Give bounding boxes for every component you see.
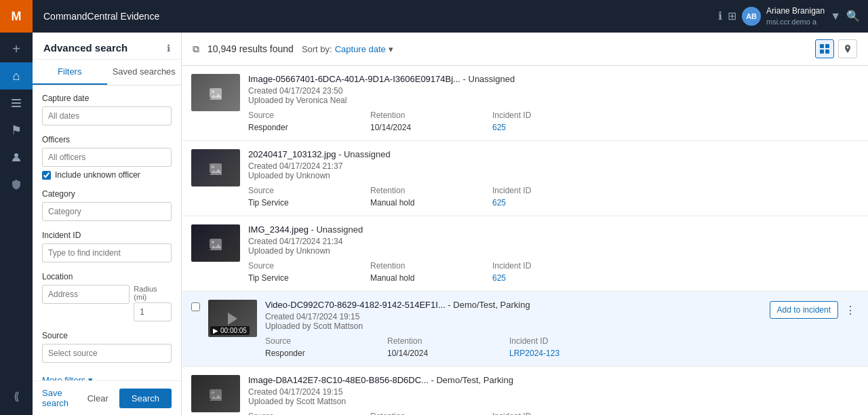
clear-button[interactable]: Clear <box>82 391 114 406</box>
retention-field-value: 10/14/2024 <box>387 349 509 358</box>
nav-list[interactable] <box>0 90 33 117</box>
source-field-label: Source <box>248 111 370 120</box>
incident-id-input[interactable] <box>42 243 172 262</box>
incident-id-field-value: 625 <box>492 123 859 132</box>
result-thumbnail <box>191 224 240 262</box>
incident-id-link[interactable]: 625 <box>492 123 506 132</box>
uploaded-by: Uploaded by Unknown <box>248 246 330 256</box>
map-view-button[interactable] <box>838 39 857 58</box>
tab-saved-searches[interactable]: Saved searches <box>107 60 182 85</box>
address-input[interactable] <box>42 285 130 304</box>
info-icon[interactable]: ℹ <box>167 43 170 54</box>
result-thumbnail <box>191 149 240 186</box>
created-date: Created 04/17/2024 19:15 <box>248 387 342 397</box>
svg-point-16 <box>212 391 214 394</box>
save-search-link[interactable]: Save search <box>42 388 77 408</box>
result-title: 20240417_103132.jpg - Unassigned <box>248 149 859 159</box>
more-filters-button[interactable]: More filters ▾ <box>42 372 172 380</box>
nav-home[interactable]: ⌂ <box>0 62 33 90</box>
result-title-text: Image-05667401-6DCA-401A-9D1A-I3606E0917… <box>248 74 515 84</box>
nav-person[interactable] <box>0 144 33 171</box>
result-thumbnail <box>191 74 240 111</box>
svg-rect-4 <box>820 44 824 48</box>
result-info: Image-D8A142E7-8C10-48E0-B856-8D6DC... -… <box>248 375 859 415</box>
add-to-incident-button[interactable]: Add to incident <box>770 301 838 319</box>
thumb-placeholder <box>191 74 240 111</box>
svg-point-11 <box>212 165 214 168</box>
nav-flag[interactable]: ⚑ <box>0 117 33 144</box>
svg-rect-2 <box>12 106 21 107</box>
incident-id-field-label: Incident ID <box>509 336 762 346</box>
result-meta: Created 04/17/2024 21:37 Uploaded by Unk… <box>248 161 859 180</box>
more-filters-label: More filters <box>42 375 85 380</box>
thumb-placeholder <box>191 375 240 412</box>
include-unknown-checkbox[interactable] <box>42 171 51 180</box>
result-meta: Created 04/17/2024 19:15 Uploaded by Sco… <box>265 312 762 331</box>
source-field-value: Responder <box>248 123 370 132</box>
retention-field-label: Retention <box>370 261 492 271</box>
add-button[interactable]: + <box>0 35 33 62</box>
incident-id-link[interactable]: LRP2024-123 <box>509 349 559 358</box>
search-icon[interactable]: 🔍 <box>846 9 860 22</box>
thumb-placeholder <box>191 224 240 262</box>
grid-icon[interactable]: ⊞ <box>728 9 736 22</box>
result-title-text: Image-D8A142E7-8C10-48E0-B856-8D6DC... -… <box>248 375 513 385</box>
sort-value: Capture date <box>335 44 386 54</box>
source-field-label: Source <box>248 261 370 271</box>
nav-shield[interactable] <box>0 171 33 198</box>
grid-view-button[interactable] <box>815 39 834 58</box>
user-name: Ariane Branigan <box>766 6 825 17</box>
capture-date-group: Capture date <box>42 94 172 125</box>
incident-id-field-label: Incident ID <box>492 261 859 271</box>
nav-collapse-button[interactable]: ⟪ <box>0 382 33 410</box>
retention-field-label: Retention <box>370 111 492 120</box>
app-wrapper: CommandCentral Evidence ℹ ⊞ AB Ariane Br… <box>33 0 868 415</box>
filters-header: Advanced search ℹ <box>33 33 181 60</box>
result-info: IMG_2344.jpeg - Unassigned Created 04/17… <box>248 224 859 283</box>
search-button[interactable]: Search <box>119 389 172 408</box>
result-fields: Source Retention Incident ID Responder 1… <box>248 412 859 415</box>
incident-id-link[interactable]: 625 <box>492 198 506 208</box>
retention-field-value: Manual hold <box>370 273 492 283</box>
filter-icon: ⧉ <box>193 43 199 55</box>
list-item: Image-05667401-6DCA-401A-9D1A-I3606E0917… <box>182 66 868 141</box>
tab-filters[interactable]: Filters <box>33 60 107 85</box>
top-header: CommandCentral Evidence ℹ ⊞ AB Ariane Br… <box>33 0 868 33</box>
svg-point-9 <box>212 90 214 93</box>
retention-field-label: Retention <box>370 412 492 415</box>
result-fields: Source Retention Incident ID Responder 1… <box>248 111 859 132</box>
header-icons: ℹ ⊞ AB Ariane Branigan msi.ccr.demo a ▼ … <box>718 6 860 26</box>
result-title-text: 20240417_103132.jpg - Unassigned <box>248 149 391 159</box>
result-title: Video-DC992C70-8629-4182-9142-514EF1I...… <box>265 300 762 310</box>
result-title-text: Video-DC992C70-8629-4182-9142-514EF1I...… <box>265 300 530 310</box>
incident-id-field-label: Incident ID <box>492 186 859 195</box>
result-checkbox[interactable] <box>191 302 200 311</box>
user-dropdown-icon[interactable]: ▼ <box>830 10 841 22</box>
list-item: IMG_2344.jpeg - Unassigned Created 04/17… <box>182 216 868 292</box>
retention-field-value: 10/14/2024 <box>370 123 492 132</box>
sort-control[interactable]: Sort by: Capture date ▾ <box>302 44 393 54</box>
retention-field-label: Retention <box>387 336 509 346</box>
radius-input[interactable] <box>134 302 172 321</box>
more-options-button[interactable]: ⋮ <box>842 302 859 318</box>
location-label: Location <box>42 272 172 281</box>
results-header: ⧉ 10,949 results found Sort by: Capture … <box>182 33 868 66</box>
incident-id-link[interactable]: 625 <box>492 273 506 283</box>
source-field-label: Source <box>265 336 387 346</box>
result-thumbnail: ▶ 00:00:05 <box>208 300 257 337</box>
svg-rect-6 <box>820 50 824 54</box>
source-input[interactable] <box>42 344 172 363</box>
filters-footer: Save search Clear Search <box>33 380 181 415</box>
results-count: 10,949 results found <box>208 43 294 54</box>
result-info: Image-05667401-6DCA-401A-9D1A-I3606E0917… <box>248 74 859 132</box>
source-field-value: Tip Service <box>248 198 370 208</box>
capture-date-input[interactable] <box>42 106 172 125</box>
result-meta: Created 04/17/2024 23:50 Uploaded by Ver… <box>248 86 859 105</box>
radius-label: Radius (mi) <box>134 285 172 301</box>
avatar: AB <box>742 7 761 26</box>
category-input[interactable] <box>42 202 172 221</box>
officers-input[interactable] <box>42 148 172 167</box>
source-field-label: Source <box>248 186 370 195</box>
help-icon[interactable]: ℹ <box>718 9 722 22</box>
retention-field-label: Retention <box>370 186 492 195</box>
